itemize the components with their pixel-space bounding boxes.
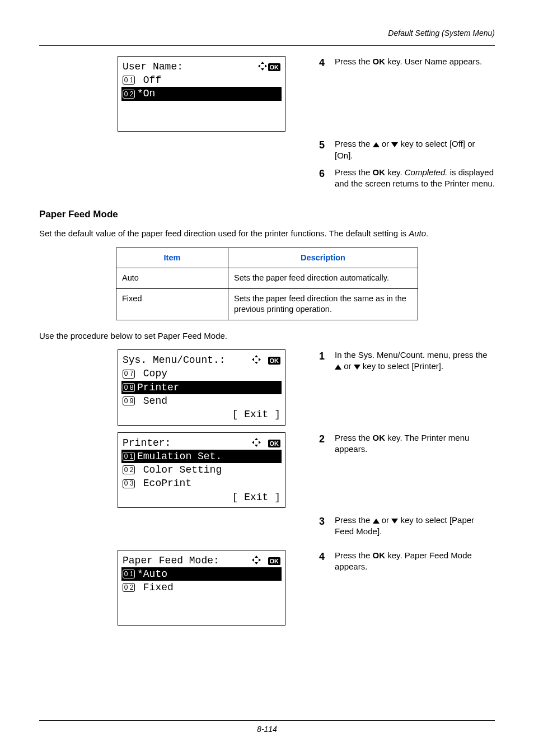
b-step1-num: 1 [319,349,335,363]
lcd4-r2-text: Fixed [137,581,174,594]
b-step4-num: 4 [319,550,335,563]
lcd3-r2-text: Color Setting [137,463,222,477]
step4-text: Press the OK key. User Name appears. [335,56,495,67]
lcd2-selfill [181,384,280,391]
th-desc: Description [228,248,418,268]
r1-item: Auto [116,268,228,289]
paper-feed-table: Item Description Auto Sets the paper fee… [116,248,418,320]
lcd1-row1-text: Off [137,73,161,87]
lcd3-selfill [223,452,280,460]
svg-marker-9 [255,445,258,447]
pf-intro-a: Set the default value of the paper feed … [39,228,409,238]
step6-b: key. [385,167,405,177]
lcd2-r3-num: 0 9 [123,396,135,405]
b3a: Press the [335,515,373,525]
svg-marker-15 [259,558,261,562]
up-triangle-icon [373,142,380,147]
svg-marker-1 [261,68,264,71]
b4ok: OK [373,550,386,560]
page-section-header: Default Setting (System Menu) [39,28,495,39]
lcd1-row2-num: 0 2 [123,90,135,99]
lcd1-title: User Name: [123,60,183,73]
step5-a: Press the [335,139,373,148]
lcd1-row1-num: 0 1 [123,76,135,85]
step6-a: Press the [335,167,373,177]
lcd4-r1-text: *Auto [137,567,167,581]
nav-ok-icon: OK [251,436,280,450]
b1a: In the Sys. Menu/Count. menu, press the [335,350,488,360]
lcd2-r2-num: 0 8 [123,383,135,392]
svg-marker-4 [255,355,258,357]
lcd4-selfill [168,570,280,578]
svg-marker-10 [252,441,254,444]
svg-marker-13 [255,562,258,564]
step6-num: 6 [319,167,335,180]
nav-ok-icon: OK [257,60,281,73]
lcd2-r1-text: Copy [137,367,167,380]
b-step3-num: 3 [319,515,335,528]
lcd2-r2-text: Printer [137,381,180,394]
pf-intro-auto: Auto [409,228,426,238]
b2ok: OK [373,433,386,442]
r2-item: Fixed [116,288,228,320]
lcd4-r2-num: 0 2 [123,583,135,592]
step4-ok: OK [373,57,386,66]
lcd3-title: Printer: [123,436,171,450]
b4a: Press the [335,550,373,560]
step6-completed: Completed. [405,167,448,177]
r2-desc: Sets the paper feed direction the same a… [228,288,418,320]
b2a: Press the [335,433,373,442]
b3b: or [380,515,392,525]
step5-num: 5 [319,138,335,152]
lcd4-title: Paper Feed Mode: [123,554,219,567]
lcd2-r3-text: Send [137,394,167,408]
paper-feed-intro: Set the default value of the paper feed … [39,228,495,239]
nav-ok-icon: OK [251,353,280,367]
th-item: Item [116,248,228,268]
lcd3-r1-num: 0 1 [123,452,135,461]
down-triangle-icon [354,365,360,370]
step6-text: Press the OK key. Completed. is displaye… [335,167,495,190]
page-footer: 8-114 [0,720,534,735]
svg-marker-11 [259,441,261,444]
nav-ok-icon: OK [251,554,280,567]
step4-num: 4 [319,56,335,69]
lcd2-title: Sys. Menu/Count.: [123,353,226,367]
lcd2-r1-num: 0 7 [123,370,135,379]
b1b: or [341,361,354,371]
up-triangle-icon [335,365,341,370]
svg-marker-8 [255,438,258,440]
svg-marker-6 [252,358,254,361]
lcd-sys-menu: Sys. Menu/Count.: OK 0 7 Copy 0 8 Printe… [118,349,285,425]
pf-intro-b: . [426,228,428,238]
lcd3-r2-num: 0 2 [123,465,135,474]
lcd1-selection-fill [156,90,280,98]
b-step2-num: 2 [319,432,335,446]
step5-text: Press the or key to select [Off] or [On]… [335,138,495,161]
table-row: Auto Sets the paper feed direction autom… [116,268,418,289]
lcd-paper-feed: Paper Feed Mode: OK 0 1 *Auto 0 2 Fixed [118,550,285,626]
lcd3-exit: [ Exit ] [123,491,280,504]
down-triangle-icon [391,519,398,524]
lcd-user-name: User Name: OK 0 1 Off 0 2 *On [118,56,285,132]
lcd3-r1-text: Emulation Set. [137,450,222,463]
step4-a: Press the [335,57,373,66]
lcd3-r3-text: EcoPrint [137,477,191,490]
svg-marker-12 [255,556,258,558]
lcd-printer: Printer: OK 0 1 Emulation Set. 0 2 Color… [118,432,285,508]
lcd1-row2-text: *On [137,87,155,100]
b-step2-text: Press the OK key. The Printer menu appea… [335,432,495,455]
paper-feed-heading: Paper Feed Mode [39,208,495,221]
b1c: key to select [Printer]. [360,361,443,371]
lcd4-r1-num: 0 1 [123,570,135,578]
svg-marker-7 [259,358,261,361]
b-step1-text: In the Sys. Menu/Count. menu, press the … [335,349,495,372]
svg-marker-2 [258,64,260,68]
b-step3-text: Press the or key to select [Paper Feed M… [335,515,495,538]
svg-marker-0 [261,62,264,64]
procedure-intro: Use the procedure below to set Paper Fee… [39,330,495,342]
step5-b: or [380,139,392,148]
step4-b: key. User Name appears. [385,57,482,66]
page-number: 8-114 [257,725,277,734]
svg-marker-5 [255,362,258,364]
